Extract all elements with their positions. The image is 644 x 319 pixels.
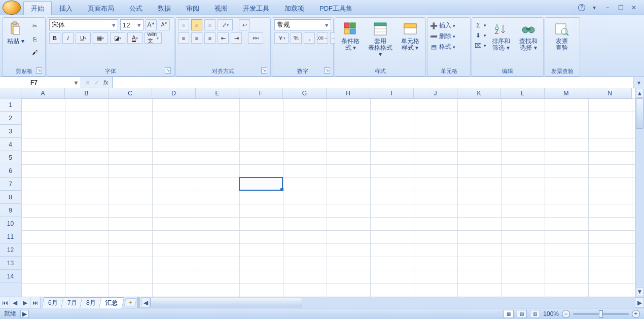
fill-button[interactable]: ⬇▾ bbox=[474, 31, 486, 40]
format-cells-button[interactable]: ▤格式 ▾ bbox=[430, 43, 455, 51]
zoom-slider[interactable] bbox=[573, 313, 629, 315]
conditional-format-button[interactable]: 条件格式 ▾ bbox=[337, 19, 364, 53]
insert-cells-button[interactable]: ➕插入 ▾ bbox=[430, 21, 455, 30]
format-painter-button[interactable]: 🖌 bbox=[29, 47, 40, 58]
font-dialog-launcher[interactable]: ↘ bbox=[165, 67, 171, 74]
wrap-text-button[interactable]: ↩ bbox=[239, 19, 250, 30]
col-header-I[interactable]: I bbox=[370, 88, 414, 98]
zoom-knob[interactable] bbox=[599, 310, 603, 317]
minimize-ribbon-icon[interactable]: ▾ bbox=[590, 4, 598, 11]
first-sheet-button[interactable]: ⏮ bbox=[0, 297, 10, 308]
ribbon-tab-8[interactable]: 加载项 bbox=[277, 1, 312, 15]
merge-center-button[interactable]: ⇔▾ bbox=[248, 32, 263, 44]
horizontal-scroll-thumb[interactable] bbox=[150, 298, 302, 307]
col-header-B[interactable]: B bbox=[65, 88, 109, 98]
zoom-value[interactable]: 100% bbox=[543, 310, 559, 317]
scroll-left-icon[interactable]: ◀ bbox=[141, 297, 150, 308]
increase-font-button[interactable]: A▲ bbox=[146, 19, 157, 30]
col-header-L[interactable]: L bbox=[501, 88, 545, 98]
decrease-font-button[interactable]: A▼ bbox=[159, 19, 170, 30]
number-dialog-launcher[interactable]: ↘ bbox=[324, 67, 330, 74]
align-dialog-launcher[interactable]: ↘ bbox=[261, 67, 267, 74]
scroll-down-icon[interactable]: ▼ bbox=[636, 287, 643, 296]
expand-formula-bar[interactable]: ▾ bbox=[633, 77, 644, 88]
clear-button[interactable]: ⌧▾ bbox=[474, 42, 486, 50]
ribbon-tab-1[interactable]: 插入 bbox=[52, 1, 80, 15]
col-header-M[interactable]: M bbox=[545, 88, 588, 98]
number-format-combo[interactable]: 常规▾ bbox=[274, 19, 331, 30]
new-sheet-button[interactable]: ✦ bbox=[124, 298, 136, 306]
align-right-button[interactable]: ≡ bbox=[204, 32, 216, 44]
row-header-14[interactable]: 14 bbox=[0, 270, 21, 283]
last-sheet-button[interactable]: ⏭ bbox=[30, 297, 41, 308]
cut-button[interactable]: ✂ bbox=[29, 20, 40, 31]
row-header-9[interactable]: 9 bbox=[0, 204, 21, 217]
row-header-10[interactable]: 10 bbox=[0, 217, 21, 230]
ribbon-tab-7[interactable]: 开发工具 bbox=[235, 1, 277, 15]
restore-icon[interactable]: ❐ bbox=[617, 4, 625, 11]
horizontal-scrollbar[interactable]: ◀ ▶ bbox=[141, 297, 644, 308]
comma-button[interactable]: , bbox=[304, 32, 315, 44]
row-header-6[interactable]: 6 bbox=[0, 164, 21, 178]
ribbon-tab-3[interactable]: 公式 bbox=[122, 1, 150, 15]
accounting-format-button[interactable]: ￥▾ bbox=[274, 32, 289, 44]
page-layout-view-button[interactable]: ▤ bbox=[517, 310, 527, 318]
col-header-G[interactable]: G bbox=[283, 88, 327, 98]
ribbon-tab-0[interactable]: 开始 bbox=[23, 1, 52, 15]
invoice-check-button[interactable]: 发票 查验 bbox=[547, 19, 577, 53]
vertical-scroll-thumb[interactable] bbox=[636, 98, 643, 129]
row-header-12[interactable]: 12 bbox=[0, 243, 21, 257]
row-header-8[interactable]: 8 bbox=[0, 191, 21, 204]
font-color-button[interactable]: A▾ bbox=[127, 32, 142, 44]
ribbon-tab-4[interactable]: 数据 bbox=[150, 1, 178, 15]
find-select-button[interactable]: 查找和 选择 ▾ bbox=[516, 19, 541, 53]
align-top-button[interactable]: ≡ bbox=[178, 19, 189, 30]
border-button[interactable]: ▦▾ bbox=[93, 32, 108, 44]
row-header-13[interactable]: 13 bbox=[0, 257, 21, 270]
scroll-up-icon[interactable]: ▲ bbox=[636, 89, 643, 98]
sheet-tab-3[interactable]: 汇总 bbox=[99, 297, 125, 308]
increase-indent-button[interactable]: ⇥ bbox=[231, 32, 242, 44]
font-size-combo[interactable]: 12▾ bbox=[120, 19, 144, 30]
phonetic-button[interactable]: wén文▾ bbox=[145, 32, 162, 44]
ribbon-tab-5[interactable]: 审阅 bbox=[178, 1, 207, 15]
cell-styles-button[interactable]: 单元格 样式 ▾ bbox=[397, 19, 423, 53]
col-header-D[interactable]: D bbox=[152, 88, 196, 98]
ribbon-tab-9[interactable]: PDF工具集 bbox=[312, 1, 360, 15]
autosum-button[interactable]: Σ▾ bbox=[474, 21, 486, 29]
fx-icon[interactable]: fx bbox=[103, 79, 108, 86]
scroll-right-icon[interactable]: ▶ bbox=[635, 297, 644, 308]
vertical-scrollbar[interactable]: ▲ ▼ bbox=[635, 88, 644, 297]
decrease-indent-button[interactable]: ⇤ bbox=[218, 32, 229, 44]
font-name-combo[interactable]: 宋体▾ bbox=[49, 19, 118, 30]
office-button[interactable] bbox=[0, 0, 23, 15]
row-header-7[interactable]: 7 bbox=[0, 178, 21, 191]
tab-scroll-splitter[interactable] bbox=[137, 297, 140, 308]
ribbon-tab-2[interactable]: 页面布局 bbox=[80, 1, 122, 15]
increase-decimal-button[interactable]: .00→ bbox=[317, 32, 328, 44]
next-sheet-button[interactable]: ▶ bbox=[20, 297, 30, 308]
underline-button[interactable]: U ▾ bbox=[76, 32, 91, 44]
page-break-view-button[interactable]: ▥ bbox=[530, 310, 540, 318]
clipboard-dialog-launcher[interactable]: ↘ bbox=[36, 67, 42, 74]
enter-formula-icon[interactable]: ✓ bbox=[94, 79, 99, 86]
percent-button[interactable]: % bbox=[291, 32, 302, 44]
row-header-5[interactable]: 5 bbox=[0, 151, 21, 164]
row-header-1[interactable]: 1 bbox=[0, 98, 21, 112]
align-left-button[interactable]: ≡ bbox=[178, 32, 189, 44]
zoom-in-button[interactable]: + bbox=[632, 310, 640, 318]
table-format-button[interactable]: 套用 表格格式 ▾ bbox=[366, 19, 395, 59]
formula-input[interactable] bbox=[112, 77, 633, 88]
prev-sheet-button[interactable]: ◀ bbox=[10, 297, 20, 308]
col-header-H[interactable]: H bbox=[327, 88, 370, 98]
fill-color-button[interactable]: ◪▾ bbox=[110, 32, 125, 44]
col-header-J[interactable]: J bbox=[414, 88, 457, 98]
minimize-icon[interactable]: − bbox=[603, 4, 612, 11]
cancel-formula-icon[interactable]: ✕ bbox=[85, 79, 90, 86]
col-header-E[interactable]: E bbox=[196, 88, 239, 98]
close-icon[interactable]: ✕ bbox=[630, 4, 638, 11]
name-box[interactable]: F7 ▾ bbox=[0, 77, 81, 88]
col-header-F[interactable]: F bbox=[239, 88, 283, 98]
zoom-out-button[interactable]: − bbox=[562, 310, 570, 318]
help-icon[interactable]: ? bbox=[578, 4, 585, 11]
